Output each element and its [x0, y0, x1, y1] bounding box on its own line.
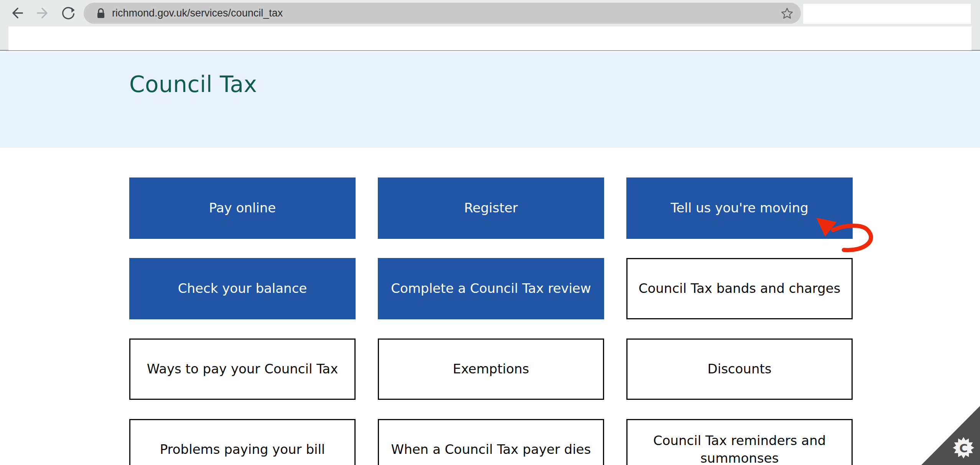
forward-arrow-icon: [35, 15, 51, 22]
tile-ways-to-pay[interactable]: Ways to pay your Council Tax: [129, 338, 356, 400]
forward-button[interactable]: [35, 5, 51, 21]
reload-icon: [61, 15, 76, 22]
tile-register[interactable]: Register: [378, 177, 604, 239]
tile-exemptions[interactable]: Exemptions: [378, 338, 604, 400]
tile-discounts[interactable]: Discounts: [626, 338, 853, 400]
url-text: richmond.gov.uk/services/council_tax: [112, 7, 283, 19]
page-header-band: Council Tax: [0, 52, 980, 148]
browser-window: richmond.gov.uk/services/council_tax Cou…: [0, 0, 980, 465]
tile-pay-online[interactable]: Pay online: [129, 177, 356, 239]
service-tile-grid: Pay online Register Tell us you're movin…: [129, 177, 853, 465]
tile-reminders-summonses[interactable]: Council Tax reminders and summonses: [626, 419, 853, 465]
tile-problems-paying[interactable]: Problems paying your bill: [129, 419, 356, 465]
tile-council-tax-review[interactable]: Complete a Council Tax review: [378, 258, 604, 319]
back-arrow-icon: [9, 15, 25, 22]
gear-icon: C: [952, 436, 975, 459]
browser-toolbar: richmond.gov.uk/services/council_tax: [0, 0, 980, 51]
lock-icon: [96, 8, 106, 19]
toolbar-side-panel: [803, 4, 971, 24]
bookmark-star-icon[interactable]: [781, 7, 793, 20]
cookie-widget-letter: C: [959, 442, 968, 455]
page-title: Council Tax: [129, 71, 257, 97]
tile-bands-and-charges[interactable]: Council Tax bands and charges: [626, 258, 853, 319]
bookmarks-bar: [8, 26, 972, 50]
tile-tell-us-youre-moving[interactable]: Tell us you're moving: [626, 177, 853, 239]
address-bar[interactable]: richmond.gov.uk/services/council_tax: [84, 3, 801, 24]
reload-button[interactable]: [61, 5, 76, 21]
back-button[interactable]: [9, 5, 25, 21]
tile-payer-dies[interactable]: When a Council Tax payer dies: [378, 419, 604, 465]
cookie-settings-widget[interactable]: C: [921, 406, 980, 465]
tile-check-your-balance[interactable]: Check your balance: [129, 258, 356, 319]
